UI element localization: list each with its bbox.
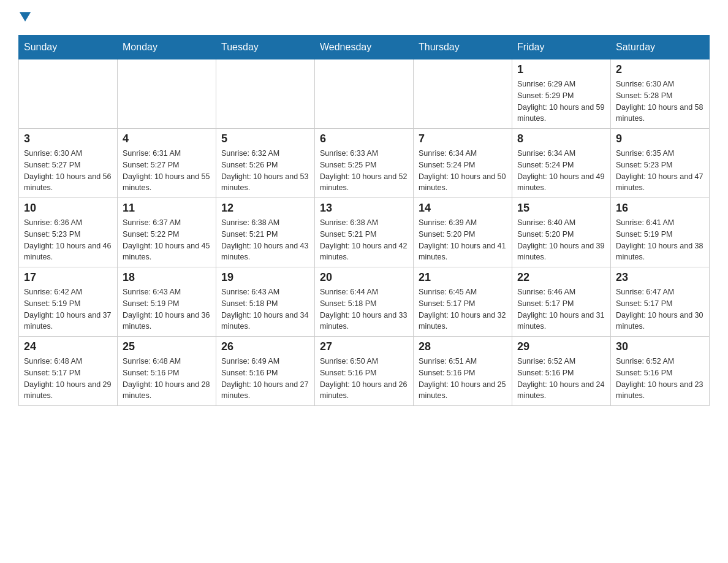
calendar-cell: 7Sunrise: 6:34 AMSunset: 5:24 PMDaylight… [414, 129, 512, 198]
day-info: Sunrise: 6:33 AMSunset: 5:25 PMDaylight:… [320, 148, 408, 194]
calendar-cell: 17Sunrise: 6:42 AMSunset: 5:19 PMDayligh… [19, 267, 118, 337]
day-of-week-header: Thursday [414, 36, 512, 59]
day-of-week-header: Sunday [19, 36, 118, 59]
page-header [18, 12, 710, 23]
calendar-cell [19, 59, 118, 129]
day-info: Sunrise: 6:35 AMSunset: 5:23 PMDaylight:… [616, 148, 704, 194]
logo [18, 12, 31, 23]
day-info: Sunrise: 6:43 AMSunset: 5:18 PMDaylight:… [221, 286, 309, 332]
day-info: Sunrise: 6:50 AMSunset: 5:16 PMDaylight:… [320, 356, 408, 402]
day-info: Sunrise: 6:34 AMSunset: 5:24 PMDaylight:… [517, 148, 605, 194]
calendar-cell: 4Sunrise: 6:31 AMSunset: 5:27 PMDaylight… [118, 129, 216, 198]
calendar-cell: 3Sunrise: 6:30 AMSunset: 5:27 PMDaylight… [19, 129, 118, 198]
day-number: 10 [24, 202, 112, 215]
day-info: Sunrise: 6:36 AMSunset: 5:23 PMDaylight:… [24, 217, 112, 263]
calendar-cell [216, 59, 315, 129]
day-of-week-header: Tuesday [216, 36, 315, 59]
day-number: 18 [123, 271, 211, 284]
week-row: 3Sunrise: 6:30 AMSunset: 5:27 PMDaylight… [19, 129, 710, 198]
day-info: Sunrise: 6:42 AMSunset: 5:19 PMDaylight:… [24, 286, 112, 332]
day-info: Sunrise: 6:40 AMSunset: 5:20 PMDaylight:… [517, 217, 605, 263]
calendar-cell: 14Sunrise: 6:39 AMSunset: 5:20 PMDayligh… [414, 198, 512, 267]
calendar-cell: 28Sunrise: 6:51 AMSunset: 5:16 PMDayligh… [414, 337, 512, 406]
day-info: Sunrise: 6:30 AMSunset: 5:27 PMDaylight:… [24, 148, 112, 194]
day-number: 13 [320, 202, 408, 215]
day-number: 6 [320, 132, 408, 145]
calendar-cell: 11Sunrise: 6:37 AMSunset: 5:22 PMDayligh… [118, 198, 216, 267]
day-number: 27 [320, 340, 408, 353]
day-number: 15 [517, 202, 605, 215]
day-number: 24 [24, 340, 112, 353]
day-number: 16 [616, 202, 704, 215]
day-number: 20 [320, 271, 408, 284]
day-of-week-header: Wednesday [315, 36, 414, 59]
calendar-cell [118, 59, 216, 129]
day-info: Sunrise: 6:31 AMSunset: 5:27 PMDaylight:… [123, 148, 211, 194]
calendar-cell: 9Sunrise: 6:35 AMSunset: 5:23 PMDaylight… [611, 129, 710, 198]
calendar-cell: 5Sunrise: 6:32 AMSunset: 5:26 PMDaylight… [216, 129, 315, 198]
day-number: 2 [616, 63, 704, 76]
day-info: Sunrise: 6:38 AMSunset: 5:21 PMDaylight:… [320, 217, 408, 263]
day-info: Sunrise: 6:51 AMSunset: 5:16 PMDaylight:… [419, 356, 507, 402]
day-info: Sunrise: 6:48 AMSunset: 5:17 PMDaylight:… [24, 356, 112, 402]
day-number: 5 [221, 132, 309, 145]
day-info: Sunrise: 6:46 AMSunset: 5:17 PMDaylight:… [517, 286, 605, 332]
day-number: 23 [616, 271, 704, 284]
calendar-cell: 18Sunrise: 6:43 AMSunset: 5:19 PMDayligh… [118, 267, 216, 337]
calendar-cell: 29Sunrise: 6:52 AMSunset: 5:16 PMDayligh… [512, 337, 611, 406]
day-info: Sunrise: 6:44 AMSunset: 5:18 PMDaylight:… [320, 286, 408, 332]
day-info: Sunrise: 6:52 AMSunset: 5:16 PMDaylight:… [517, 356, 605, 402]
calendar-cell: 16Sunrise: 6:41 AMSunset: 5:19 PMDayligh… [611, 198, 710, 267]
calendar-cell [315, 59, 414, 129]
day-number: 14 [419, 202, 507, 215]
day-number: 11 [123, 202, 211, 215]
day-info: Sunrise: 6:30 AMSunset: 5:28 PMDaylight:… [616, 79, 704, 124]
calendar-cell: 24Sunrise: 6:48 AMSunset: 5:17 PMDayligh… [19, 337, 118, 406]
day-number: 19 [221, 271, 309, 284]
calendar-cell: 10Sunrise: 6:36 AMSunset: 5:23 PMDayligh… [19, 198, 118, 267]
calendar-cell: 15Sunrise: 6:40 AMSunset: 5:20 PMDayligh… [512, 198, 611, 267]
week-row: 17Sunrise: 6:42 AMSunset: 5:19 PMDayligh… [19, 267, 710, 337]
calendar-table: SundayMondayTuesdayWednesdayThursdayFrid… [18, 35, 710, 406]
day-number: 12 [221, 202, 309, 215]
calendar-cell: 30Sunrise: 6:52 AMSunset: 5:16 PMDayligh… [611, 337, 710, 406]
day-number: 25 [123, 340, 211, 353]
week-row: 10Sunrise: 6:36 AMSunset: 5:23 PMDayligh… [19, 198, 710, 267]
calendar-cell: 6Sunrise: 6:33 AMSunset: 5:25 PMDaylight… [315, 129, 414, 198]
calendar-header-row: SundayMondayTuesdayWednesdayThursdayFrid… [19, 36, 710, 59]
calendar-cell: 1Sunrise: 6:29 AMSunset: 5:29 PMDaylight… [512, 59, 611, 129]
day-number: 22 [517, 271, 605, 284]
calendar-cell [414, 59, 512, 129]
day-number: 1 [517, 63, 605, 76]
day-number: 4 [123, 132, 211, 145]
calendar-cell: 25Sunrise: 6:48 AMSunset: 5:16 PMDayligh… [118, 337, 216, 406]
day-info: Sunrise: 6:49 AMSunset: 5:16 PMDaylight:… [221, 356, 309, 402]
day-info: Sunrise: 6:41 AMSunset: 5:19 PMDaylight:… [616, 217, 704, 263]
day-info: Sunrise: 6:29 AMSunset: 5:29 PMDaylight:… [517, 79, 605, 124]
day-number: 9 [616, 132, 704, 145]
calendar-cell: 20Sunrise: 6:44 AMSunset: 5:18 PMDayligh… [315, 267, 414, 337]
logo-triangle-icon [20, 12, 31, 21]
day-info: Sunrise: 6:45 AMSunset: 5:17 PMDaylight:… [419, 286, 507, 332]
calendar-cell: 8Sunrise: 6:34 AMSunset: 5:24 PMDaylight… [512, 129, 611, 198]
week-row: 1Sunrise: 6:29 AMSunset: 5:29 PMDaylight… [19, 59, 710, 129]
day-info: Sunrise: 6:34 AMSunset: 5:24 PMDaylight:… [419, 148, 507, 194]
calendar-cell: 13Sunrise: 6:38 AMSunset: 5:21 PMDayligh… [315, 198, 414, 267]
day-info: Sunrise: 6:43 AMSunset: 5:19 PMDaylight:… [123, 286, 211, 332]
day-info: Sunrise: 6:38 AMSunset: 5:21 PMDaylight:… [221, 217, 309, 263]
day-number: 26 [221, 340, 309, 353]
day-number: 28 [419, 340, 507, 353]
day-info: Sunrise: 6:47 AMSunset: 5:17 PMDaylight:… [616, 286, 704, 332]
calendar-cell: 26Sunrise: 6:49 AMSunset: 5:16 PMDayligh… [216, 337, 315, 406]
calendar-cell: 23Sunrise: 6:47 AMSunset: 5:17 PMDayligh… [611, 267, 710, 337]
day-info: Sunrise: 6:52 AMSunset: 5:16 PMDaylight:… [616, 356, 704, 402]
day-number: 3 [24, 132, 112, 145]
calendar-cell: 27Sunrise: 6:50 AMSunset: 5:16 PMDayligh… [315, 337, 414, 406]
calendar-cell: 22Sunrise: 6:46 AMSunset: 5:17 PMDayligh… [512, 267, 611, 337]
day-number: 17 [24, 271, 112, 284]
day-of-week-header: Monday [118, 36, 216, 59]
day-of-week-header: Friday [512, 36, 611, 59]
day-number: 30 [616, 340, 704, 353]
day-info: Sunrise: 6:48 AMSunset: 5:16 PMDaylight:… [123, 356, 211, 402]
calendar-cell: 19Sunrise: 6:43 AMSunset: 5:18 PMDayligh… [216, 267, 315, 337]
